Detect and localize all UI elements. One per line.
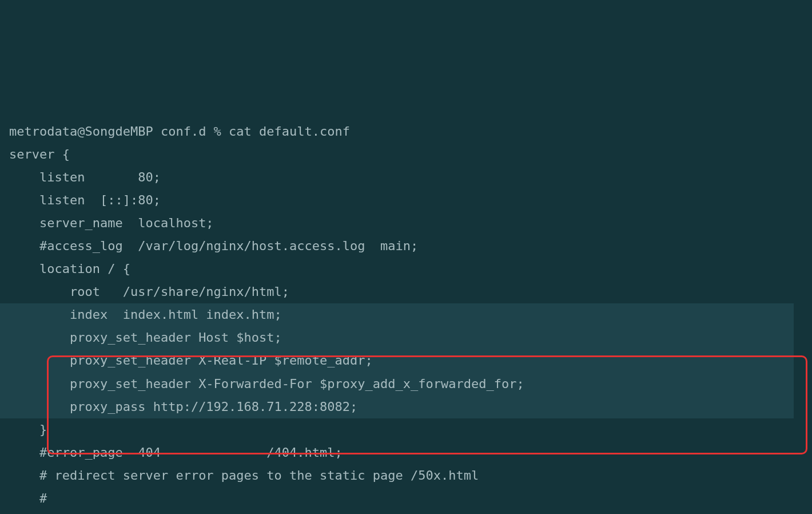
config-line: # redirect server error pages to the sta… — [9, 464, 803, 487]
config-line-highlighted: proxy_pass http://192.168.71.228:8082; — [0, 396, 794, 418]
config-line: root /usr/share/nginx/html; — [9, 280, 803, 303]
config-line: #access_log /var/log/nginx/host.access.l… — [9, 235, 803, 258]
config-line: location / { — [9, 258, 803, 280]
config-line-highlighted: proxy_set_header X-Forwarded-For $proxy_… — [0, 373, 794, 396]
config-line-highlighted: proxy_set_header Host $host; — [0, 326, 794, 349]
config-line: } — [9, 418, 803, 441]
config-line: server_name localhost; — [9, 212, 803, 235]
config-line: #error_page 404 /404.html; — [9, 441, 803, 464]
config-line-highlighted: index index.html index.htm; — [0, 303, 794, 326]
prompt-line: metrodata@SongdeMBP conf.d % cat default… — [9, 120, 803, 143]
config-line: listen [::]:80; — [9, 189, 803, 212]
config-line: server { — [9, 143, 803, 166]
config-line: listen 80; — [9, 166, 803, 189]
terminal-output: metrodata@SongdeMBP conf.d % cat default… — [9, 97, 803, 514]
config-line: # — [9, 487, 803, 510]
config-line-highlighted: proxy_set_header X-Real-IP $remote_addr; — [0, 349, 794, 372]
